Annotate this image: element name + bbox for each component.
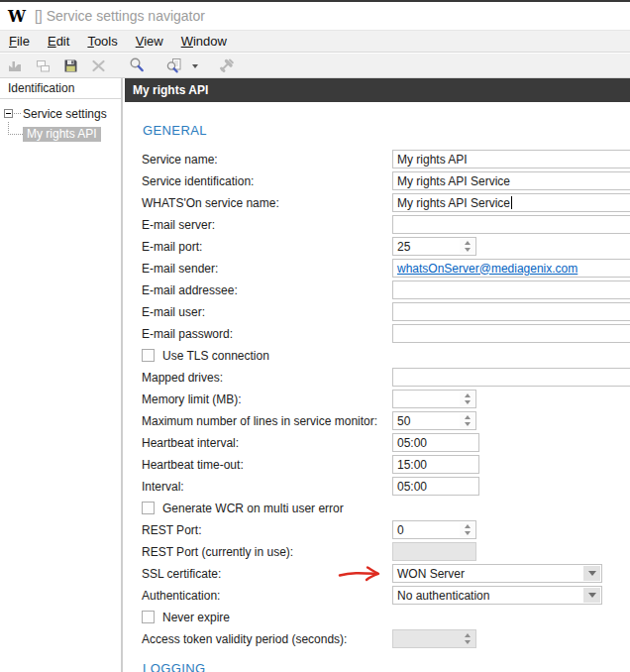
form-row-access-token-validity: Access token validity period (seconds): — [125, 628, 630, 650]
rest-port-in-use-field — [392, 542, 476, 561]
heartbeat-timeout-value: 15:00 — [397, 458, 427, 472]
max-lines-service-monitor-field[interactable]: 50 — [392, 411, 476, 430]
menu-bar: FileEditToolsViewWindow — [0, 30, 630, 53]
max-lines-service-monitor-spinner[interactable] — [460, 413, 474, 428]
authentication-field[interactable]: No authentication — [392, 586, 602, 605]
form-row-email-sender: E-mail sender:whatsOnServer@mediagenix.c… — [125, 258, 630, 280]
interval-field[interactable]: 05:00 — [392, 477, 479, 496]
memory-limit-field[interactable] — [392, 390, 476, 408]
email-user-label: E-mail user: — [142, 305, 205, 319]
email-addressee-field[interactable] — [392, 280, 630, 299]
memory-limit-spinner[interactable] — [460, 392, 474, 406]
spin-up-icon[interactable] — [465, 633, 471, 637]
identification-panel: Identification Service settings My right… — [0, 78, 123, 672]
delete-icon[interactable] — [89, 56, 108, 74]
email-server-label: E-mail server: — [142, 218, 215, 232]
tools-icon[interactable] — [217, 56, 236, 74]
form-row-email-password: E-mail password: — [125, 323, 630, 345]
max-lines-service-monitor-value: 50 — [397, 414, 410, 428]
email-sender-value[interactable]: whatsOnServer@mediagenix.com — [397, 262, 578, 276]
tree-node-label[interactable]: Service settings — [23, 107, 107, 121]
never-expire-checkbox[interactable] — [142, 611, 155, 623]
tree-branch-connector — [8, 122, 23, 135]
general-settings-form: Service name:My rights APIService identi… — [125, 149, 630, 650]
email-port-spinner[interactable] — [460, 239, 474, 254]
email-server-field[interactable] — [392, 215, 630, 234]
form-row-use-tls-connection: Use TLS connection — [125, 345, 630, 367]
form-row-heartbeat-timeout: Heartbeat time-out:15:00 — [125, 454, 630, 476]
form-row-interval: Interval:05:00 — [125, 476, 630, 498]
rest-port-field[interactable]: 0 — [392, 520, 476, 539]
dropdown-arrow-icon — [588, 593, 596, 598]
email-addressee-label: E-mail addressee: — [142, 283, 238, 297]
save-icon[interactable] — [61, 56, 80, 74]
form-row-service-name: Service name:My rights API — [125, 149, 630, 170]
mapped-drives-label: Mapped drives: — [142, 371, 223, 385]
max-lines-service-monitor-label: Maximum number of lines in service monit… — [142, 414, 377, 428]
email-sender-field[interactable]: whatsOnServer@mediagenix.com — [392, 259, 630, 278]
heartbeat-timeout-field[interactable]: 15:00 — [392, 455, 479, 474]
menu-file[interactable]: File — [0, 31, 39, 52]
never-expire-label: Never expire — [162, 611, 230, 624]
service-name-field[interactable]: My rights API — [392, 150, 630, 168]
mapped-drives-field[interactable] — [392, 368, 630, 387]
email-user-field[interactable] — [392, 302, 630, 321]
rest-port-spinner[interactable] — [460, 522, 474, 537]
email-sender-label: E-mail sender: — [142, 262, 218, 276]
form-row-mapped-drives: Mapped drives: — [125, 367, 630, 389]
tree-node-my-rights-api[interactable]: My rights API — [23, 127, 101, 142]
interval-value: 05:00 — [397, 480, 427, 494]
app-logo-icon: W — [8, 7, 26, 26]
build-icon[interactable] — [6, 56, 25, 74]
spin-up-icon[interactable] — [465, 415, 471, 419]
service-identification-label: Service identification: — [142, 174, 254, 188]
spin-up-icon[interactable] — [465, 393, 471, 397]
heartbeat-interval-field[interactable]: 05:00 — [392, 433, 479, 452]
generate-wcr-checkbox[interactable] — [142, 502, 155, 514]
search-document-icon[interactable] — [164, 56, 183, 74]
authentication-dropdown-button[interactable] — [583, 588, 600, 603]
spin-down-icon[interactable] — [465, 248, 471, 252]
spin-down-icon[interactable] — [465, 640, 471, 644]
menu-edit[interactable]: Edit — [39, 31, 78, 52]
email-port-field[interactable]: 25 — [392, 237, 476, 256]
service-identification-field[interactable]: My rights API Service — [392, 171, 630, 190]
service-name-label: Service name: — [142, 153, 218, 167]
whatson-service-name-field[interactable]: My rights API Service — [392, 193, 630, 212]
access-token-validity-spinner[interactable] — [460, 631, 474, 646]
form-row-rest-port-in-use: REST Port (currently in use): — [125, 541, 630, 563]
tree-node-service-settings[interactable]: Service settings — [0, 106, 121, 121]
dropdown-arrow-icon — [588, 571, 596, 576]
spin-down-icon[interactable] — [465, 400, 471, 404]
menu-view[interactable]: View — [127, 31, 172, 52]
form-row-email-server: E-mail server: — [125, 214, 630, 236]
interval-label: Interval: — [142, 480, 184, 494]
authentication-value: No authentication — [397, 589, 489, 603]
service-tree: Service settings My rights API — [0, 99, 121, 142]
whatson-service-name-value: My rights API Service — [397, 196, 510, 210]
spin-down-icon[interactable] — [465, 422, 471, 426]
cascade-windows-icon[interactable] — [34, 56, 52, 74]
search-options-caret[interactable] — [192, 64, 198, 68]
use-tls-connection-checkbox[interactable] — [142, 349, 155, 362]
spin-up-icon[interactable] — [465, 241, 471, 245]
access-token-validity-label: Access token validity period (seconds): — [142, 632, 347, 646]
red-arrow-annotation — [337, 565, 388, 583]
form-row-max-lines-service-monitor: Maximum number of lines in service monit… — [125, 410, 630, 432]
email-password-field[interactable] — [392, 324, 630, 343]
spin-down-icon[interactable] — [465, 531, 471, 535]
rest-port-in-use-label: REST Port (currently in use): — [142, 545, 293, 559]
title-bar: W [] Service settings navigator — [0, 2, 630, 30]
ssl-certificate-dropdown-button[interactable] — [583, 566, 600, 581]
heartbeat-interval-value: 05:00 — [397, 436, 427, 450]
spin-up-icon[interactable] — [465, 524, 471, 528]
rest-port-value: 0 — [397, 523, 404, 537]
toolbar — [0, 54, 630, 78]
menu-tools[interactable]: Tools — [78, 31, 126, 52]
search-icon[interactable] — [127, 56, 146, 74]
form-row-email-user: E-mail user: — [125, 301, 630, 323]
heartbeat-timeout-label: Heartbeat time-out: — [142, 458, 244, 472]
ssl-certificate-field[interactable]: WON Server — [392, 564, 602, 583]
tree-collapse-toggle-icon[interactable] — [4, 109, 13, 118]
menu-window[interactable]: Window — [172, 31, 236, 52]
